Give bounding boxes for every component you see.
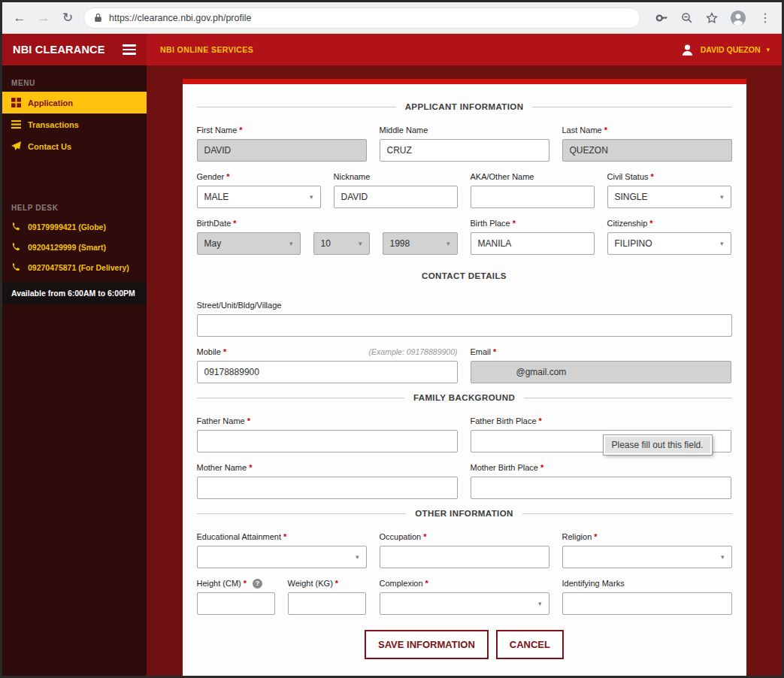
mother-name-label: Mother Name <box>197 463 247 472</box>
user-icon <box>680 43 695 57</box>
sidebar-item-label: Transactions <box>28 120 79 129</box>
row-mobile-email: Mobile*(Example: 09178889900) Email* <box>197 347 732 383</box>
field-birth-place: Birth Place* <box>471 218 595 255</box>
browser-toolbar: ← → ↻ https://clearance.nbi.gov.ph/profi… <box>2 2 782 34</box>
birthdate-label: BirthDate <box>197 219 232 228</box>
mother-name-input[interactable] <box>197 477 458 499</box>
main-area: APPLICANT INFORMATION First Name* Middle… <box>147 65 782 676</box>
email-input <box>471 361 731 383</box>
sidebar-item-transactions[interactable]: Transactions <box>2 114 147 135</box>
transactions-icon <box>11 120 21 129</box>
first-name-input <box>197 139 367 162</box>
browser-menu-icon[interactable]: ⋮ <box>758 11 773 25</box>
weight-label: Weight (KG) <box>288 579 333 588</box>
field-nickname: Nickname <box>334 171 458 208</box>
helpdesk-phone-delivery: 09270475871 (For Delivery) <box>2 257 147 277</box>
row-mother: Mother Name* Mother Birth Place* <box>197 462 732 499</box>
cancel-button[interactable]: CANCEL <box>496 630 564 659</box>
gender-label: Gender <box>197 172 225 181</box>
religion-label: Religion <box>562 532 592 541</box>
header-spacer <box>253 34 680 65</box>
birth-day-select: 10▾ <box>313 232 370 255</box>
divider-line <box>522 513 732 514</box>
mobile-example-hint: (Example: 09178889900) <box>369 347 458 356</box>
profile-avatar-icon[interactable] <box>730 10 746 26</box>
section-applicant-information: APPLICANT INFORMATION <box>197 102 732 111</box>
section-family-background: FAMILY BACKGROUND <box>197 393 732 402</box>
educational-attainment-select[interactable]: ▾ <box>197 546 367 568</box>
address-bar[interactable]: https://clearance.nbi.gov.ph/profile <box>83 8 640 29</box>
mobile-input[interactable] <box>197 361 458 383</box>
key-icon[interactable] <box>655 11 669 25</box>
field-aka: AKA/Other Name <box>471 171 595 208</box>
citizenship-select[interactable]: FILIPINO▾ <box>607 232 731 255</box>
field-mobile: Mobile*(Example: 09178889900) <box>197 347 458 383</box>
required-marker: * <box>233 219 236 228</box>
street-input[interactable] <box>197 314 732 337</box>
chevron-down-icon: ▾ <box>538 600 542 607</box>
divider-line <box>197 107 396 107</box>
required-marker: * <box>493 347 496 356</box>
required-marker: * <box>223 347 226 356</box>
civil-status-select[interactable]: SINGLE▾ <box>607 186 731 208</box>
gender-select[interactable]: MALE▾ <box>197 186 321 208</box>
religion-select[interactable]: ▾ <box>562 546 732 568</box>
required-marker: * <box>249 463 252 472</box>
field-street: Street/Unit/Bldg/Village <box>197 300 732 337</box>
divider-line <box>532 107 731 107</box>
divider-line <box>524 398 731 398</box>
hamburger-menu-icon[interactable] <box>123 44 136 55</box>
chevron-down-icon: ▾ <box>721 553 725 561</box>
educational-attainment-label: Educational Attainment <box>197 532 282 541</box>
save-information-button[interactable]: SAVE INFORMATION <box>365 630 489 659</box>
middle-name-input[interactable] <box>380 139 549 162</box>
field-last-name: Last Name* <box>562 125 732 162</box>
nickname-input[interactable] <box>334 186 458 208</box>
required-marker: * <box>247 416 250 425</box>
weight-input[interactable] <box>288 592 366 615</box>
occupation-input[interactable] <box>380 546 549 568</box>
header-title: NBI ONLINE SERVICES <box>147 34 253 65</box>
field-mother-name: Mother Name* <box>197 462 458 499</box>
identifying-marks-input[interactable] <box>562 592 732 615</box>
sidebar-item-application[interactable]: Application <box>2 92 147 114</box>
first-name-label: First Name <box>197 126 238 135</box>
divider-line <box>197 513 407 514</box>
father-birth-place-label: Father Birth Place <box>471 416 537 425</box>
required-marker: * <box>239 126 242 135</box>
zoom-icon[interactable] <box>680 11 694 25</box>
refresh-button[interactable]: ↻ <box>59 11 76 24</box>
identifying-marks-label: Identifying Marks <box>562 579 625 588</box>
forward-button[interactable]: → <box>35 11 52 24</box>
sidebar-item-contact-us[interactable]: Contact Us <box>2 135 147 157</box>
birth-place-input[interactable] <box>471 232 595 255</box>
citizenship-label: Citizenship <box>607 219 648 228</box>
field-identifying-marks: Identifying Marks <box>562 578 732 615</box>
row-education: Educational Attainment* ▾ Occupation* Re… <box>197 531 732 568</box>
section-other-information: OTHER INFORMATION <box>197 509 732 518</box>
application-icon <box>11 98 21 107</box>
required-marker: * <box>244 579 247 588</box>
help-icon[interactable]: ? <box>253 579 262 589</box>
row-birth: BirthDate* May▾ 10▾ 1998▾ Birth Place* C… <box>197 218 732 255</box>
civil-status-label: Civil Status <box>607 172 649 181</box>
user-name: DAVID QUEZON <box>701 45 761 54</box>
form-actions: SAVE INFORMATION CANCEL <box>197 630 732 659</box>
required-marker: * <box>594 532 597 541</box>
back-button[interactable]: ← <box>11 11 28 24</box>
complexion-label: Complexion <box>380 579 423 588</box>
mother-birth-place-input[interactable] <box>471 477 731 499</box>
field-email: Email* <box>471 347 731 383</box>
bookmark-star-icon[interactable] <box>705 11 719 25</box>
row-physical: Height (CM)*? Weight (KG)* Complexion* ▾ <box>197 578 732 615</box>
complexion-select[interactable]: ▾ <box>380 592 549 615</box>
field-height: Height (CM)*? <box>197 578 275 615</box>
mobile-label: Mobile <box>197 347 221 356</box>
height-input[interactable] <box>197 592 275 615</box>
menu-section-label: MENU <box>2 71 147 92</box>
aka-input[interactable] <box>471 186 595 208</box>
required-marker: * <box>649 219 652 228</box>
father-name-input[interactable] <box>197 430 458 453</box>
required-marker: * <box>540 463 543 472</box>
user-menu[interactable]: DAVID QUEZON ▾ <box>680 34 782 65</box>
